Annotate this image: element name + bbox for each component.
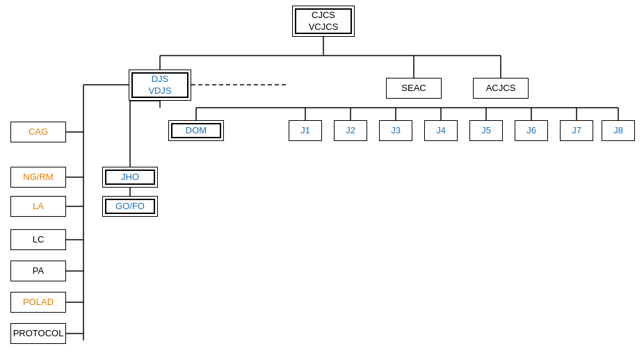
pa-label: PA [33, 265, 44, 277]
gofo-node: GO/FO [102, 196, 158, 217]
connector-lines [0, 0, 644, 362]
cjcs-node: CJCS VCJCS [292, 6, 355, 37]
gofo-label: GO/FO [115, 201, 145, 213]
jho-label: JHO [121, 172, 139, 183]
j7-node: J7 [560, 120, 593, 141]
lc-node: LC [10, 229, 66, 250]
dom-label: DOM [186, 125, 207, 137]
j3-label: J3 [391, 125, 401, 137]
lc-label: LC [33, 234, 45, 246]
djs-label: DJS VDJS [148, 74, 171, 97]
j5-node: J5 [469, 120, 503, 141]
cag-node: CAG [10, 122, 66, 142]
pa-node: PA [10, 261, 66, 281]
j2-label: J2 [346, 125, 355, 137]
j3-node: J3 [379, 120, 412, 141]
cag-label: CAG [29, 126, 48, 138]
cjcs-label: CJCS VCJCS [309, 10, 339, 33]
la-label: LA [33, 201, 44, 213]
acjcs-label: ACJCS [486, 83, 516, 94]
j1-label: J1 [300, 125, 310, 137]
ngrm-node: NG/RM [10, 167, 66, 188]
j8-node: J8 [602, 120, 635, 141]
j5-label: J5 [481, 125, 491, 137]
protocol-label: PROTOCOL [13, 328, 64, 340]
org-chart: CJCS VCJCS DJS VDJS SEAC ACJCS DOM J1 J2… [0, 0, 644, 362]
djs-node: DJS VDJS [129, 69, 191, 101]
acjcs-node: ACJCS [473, 78, 529, 99]
j8-label: J8 [613, 125, 623, 137]
jho-node: JHO [102, 167, 158, 188]
polad-node: POLAD [10, 292, 66, 313]
seac-node: SEAC [386, 78, 442, 99]
seac-label: SEAC [401, 83, 426, 94]
polad-label: POLAD [23, 297, 54, 308]
j1-node: J1 [289, 120, 322, 141]
j6-node: J6 [515, 120, 548, 141]
protocol-node: PROTOCOL [10, 323, 66, 344]
la-node: LA [10, 196, 66, 217]
j7-label: J7 [572, 125, 581, 137]
ngrm-label: NG/RM [23, 172, 53, 183]
dom-node: DOM [168, 120, 224, 141]
j2-node: J2 [334, 120, 367, 141]
j6-label: J6 [526, 125, 536, 137]
j4-label: J4 [436, 125, 446, 137]
j4-node: J4 [424, 120, 458, 141]
